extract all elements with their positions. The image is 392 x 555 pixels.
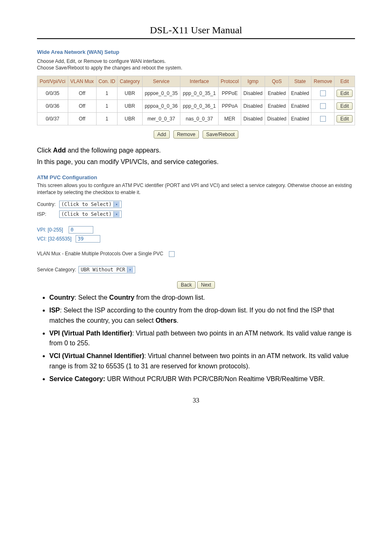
add-button[interactable]: Add	[154, 130, 170, 139]
th-cat: Category	[118, 76, 142, 87]
bullet-term: ISP	[49, 307, 60, 314]
remove-button[interactable]: Remove	[173, 130, 199, 139]
back-button[interactable]: Back	[177, 281, 196, 289]
cell-igmp: Disabled	[241, 100, 265, 113]
service-category-label: Service Category:	[37, 267, 76, 273]
bullet-bold2: Others	[156, 317, 177, 324]
list-item: VCI (Virtual Channel Identifier): Virtua…	[49, 351, 355, 372]
next-button[interactable]: Next	[197, 281, 215, 289]
list-item: ISP: Select the ISP according to the cou…	[49, 305, 355, 326]
table-row: 0/0/35Off1UBRpppoe_0_0_35ppp_0_0_35_1PPP…	[37, 87, 355, 100]
cell-qos: Disabled	[265, 113, 289, 125]
cell-svc: pppoa_0_0_36	[142, 100, 180, 113]
edit-button[interactable]: Edit	[337, 90, 353, 97]
doc-title: DSL-X11 User Manual	[37, 25, 355, 36]
p1a: Click	[37, 147, 53, 154]
cell-qos: Enabled	[265, 87, 289, 100]
bullet-desc: UBR Without PCR/UBR With PCR/CBR/Non Rea…	[105, 375, 325, 382]
isp-value: (Click to Select)	[61, 211, 112, 217]
list-item: VPI (Virtual Path Identifier): Virtual p…	[49, 328, 355, 349]
list-item: Service Category: UBR Without PCR/UBR Wi…	[49, 374, 355, 384]
vlan-mux-label: VLAN Mux - Enable Multiple Protocols Ove…	[37, 251, 163, 257]
bullet-desc2: from the drop-down list.	[134, 294, 205, 301]
list-item: Country: Select the Country from the dro…	[49, 293, 355, 303]
isp-select[interactable]: (Click to Select) ▾	[59, 210, 122, 218]
cell-svc: pppoe_0_0_35	[142, 87, 180, 100]
cell-vlan: Off	[68, 100, 96, 113]
cell-state: Enabled	[289, 87, 311, 100]
bullet-desc2: .	[177, 317, 178, 324]
wan-table: Port/Vpi/Vci VLAN Mux Con. ID Category S…	[37, 76, 355, 125]
cell-edit: Edit	[334, 100, 355, 113]
cell-edit: Edit	[334, 113, 355, 125]
cell-state: Enabled	[289, 100, 311, 113]
cell-con: 1	[96, 87, 118, 100]
cell-proto: PPPoE	[219, 87, 241, 100]
chevron-down-icon: ▾	[127, 267, 133, 273]
cell-cat: UBR	[118, 100, 142, 113]
country-label: Country:	[37, 201, 57, 207]
cell-svc: mer_0_0_37	[142, 113, 180, 125]
remove-checkbox[interactable]	[320, 90, 326, 96]
cell-vlan: Off	[68, 87, 96, 100]
p1c: and the following page appears.	[66, 147, 161, 154]
th-vlan: VLAN Mux	[68, 76, 96, 87]
cell-remove	[311, 113, 334, 125]
cell-state: Enabled	[289, 113, 311, 125]
remove-checkbox[interactable]	[320, 103, 326, 109]
country-select[interactable]: (Click to Select) ▾	[59, 201, 122, 208]
cell-port: 0/0/37	[37, 113, 68, 125]
bullet-term: Country	[49, 294, 74, 301]
atm-desc: This screen allows you to configure an A…	[37, 182, 355, 196]
cell-vlan: Off	[68, 113, 96, 125]
bullet-bold2: Country	[109, 294, 134, 301]
th-iface: Interface	[180, 76, 219, 87]
th-svc: Service	[142, 76, 180, 87]
vci-label: VCI: [32-65535]	[37, 236, 71, 242]
cell-edit: Edit	[334, 87, 355, 100]
edit-button[interactable]: Edit	[337, 115, 353, 123]
cell-remove	[311, 100, 334, 113]
page-number: 33	[37, 397, 355, 404]
atm-title: ATM PVC Configuration	[37, 174, 355, 180]
bullet-term: Service Category:	[49, 375, 105, 382]
vci-input[interactable]: 39	[76, 235, 100, 243]
cell-proto: MER	[219, 113, 241, 125]
cell-con: 1	[96, 113, 118, 125]
wan-setup-title: Wide Area Network (WAN) Setup	[37, 49, 355, 55]
cell-port: 0/0/36	[37, 100, 68, 113]
th-edit: Edit	[334, 76, 355, 87]
vpi-label: VPI: [0-255]	[37, 227, 63, 233]
wan-setup-line2: Choose Save/Reboot to apply the changes …	[37, 65, 355, 71]
save-reboot-button[interactable]: Save/Reboot	[203, 130, 238, 139]
table-row: 0/0/36Off1UBRpppoa_0_0_36ppp_0_0_36_1PPP…	[37, 100, 355, 113]
th-state: State	[289, 76, 311, 87]
bullet-desc: : Select the ISP according to the countr…	[49, 307, 334, 324]
paragraph-modify: In this page, you can modify VPI/VCIs, a…	[37, 157, 355, 166]
bullet-list: Country: Select the Country from the dro…	[37, 293, 355, 384]
wan-setup-line1: Choose Add, Edit, or Remove to configure…	[37, 58, 355, 64]
cell-con: 1	[96, 100, 118, 113]
bullet-term: VPI (Virtual Path Identifier)	[49, 330, 132, 337]
cell-cat: UBR	[118, 113, 142, 125]
country-value: (Click to Select)	[61, 201, 112, 207]
bullet-desc: : Select the	[74, 294, 109, 301]
th-remove: Remove	[311, 76, 334, 87]
cell-proto: PPPoA	[219, 100, 241, 113]
vpi-input[interactable]: 0	[69, 226, 93, 234]
vlan-mux-checkbox[interactable]	[169, 251, 175, 257]
service-category-select[interactable]: UBR Without PCR ▾	[78, 266, 135, 273]
title-rule	[37, 38, 355, 39]
cell-port: 0/0/35	[37, 87, 68, 100]
remove-checkbox[interactable]	[320, 116, 326, 122]
edit-button[interactable]: Edit	[337, 102, 353, 110]
th-port: Port/Vpi/Vci	[37, 76, 68, 87]
cell-iface: ppp_0_0_36_1	[180, 100, 219, 113]
service-category-value: UBR Without PCR	[81, 267, 125, 273]
th-proto: Protocol	[219, 76, 241, 87]
cell-igmp: Disabled	[241, 113, 265, 125]
chevron-down-icon: ▾	[113, 201, 120, 207]
bullet-term: VCI (Virtual Channel Identifier)	[49, 352, 144, 359]
chevron-down-icon: ▾	[113, 211, 120, 217]
th-igmp: Igmp	[241, 76, 265, 87]
